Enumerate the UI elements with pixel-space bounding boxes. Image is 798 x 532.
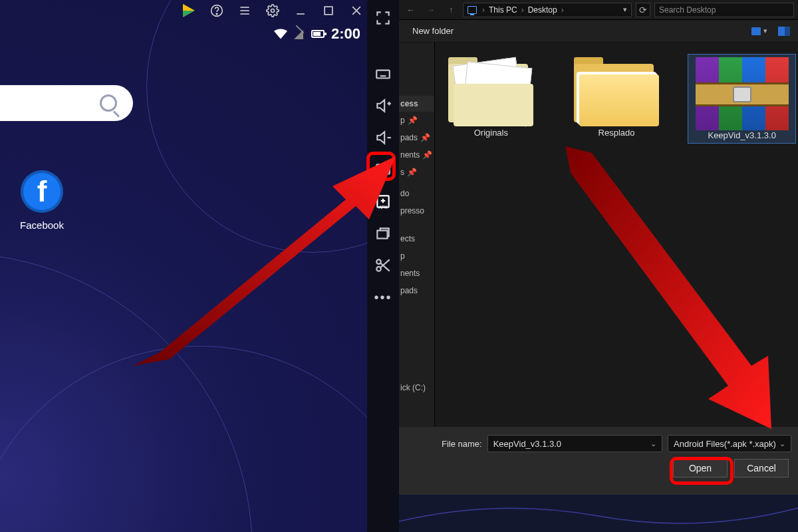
dialog-address-bar: ← → ↑ › This PC › Desktop › ▾ ⟳ Search D…	[399, 0, 798, 20]
svg-rect-10	[376, 70, 390, 78]
minimize-icon[interactable]	[294, 4, 307, 17]
nav-tree-item[interactable]: s📌	[399, 164, 434, 181]
more-icon[interactable]: •••	[374, 289, 392, 306]
search-icon	[100, 94, 117, 112]
android-status-bar: 2:00	[274, 25, 360, 43]
nav-up-icon[interactable]: ↑	[443, 2, 459, 18]
emulator-titlebar	[182, 4, 363, 17]
app-shortcut-facebook[interactable]: f Facebook	[12, 170, 72, 231]
preview-pane-button[interactable]	[778, 27, 790, 36]
svg-point-25	[376, 259, 381, 264]
breadcrumb-folder[interactable]: Desktop	[528, 5, 557, 15]
facebook-icon: f	[21, 170, 63, 213]
no-signal-icon	[294, 29, 305, 39]
folder-icon	[444, 55, 537, 128]
nav-tree-item[interactable]: p	[399, 247, 434, 265]
clock: 2:00	[331, 25, 360, 43]
menu-icon[interactable]	[238, 4, 251, 17]
fullscreen-icon[interactable]	[374, 9, 392, 27]
install-apk-button[interactable]: APK	[374, 193, 392, 210]
svg-rect-7	[325, 7, 332, 15]
app-label: Facebook	[12, 219, 72, 231]
address-path[interactable]: › This PC › Desktop › ▾	[463, 3, 632, 17]
nav-tree-item[interactable]: pads📌	[399, 129, 434, 146]
nav-back-icon[interactable]: ←	[403, 2, 419, 18]
emulator-toolbar: APK •••	[367, 0, 399, 532]
quick-access-header[interactable]: cess	[399, 96, 434, 112]
open-button[interactable]: Open	[673, 459, 728, 477]
nav-forward-icon[interactable]: →	[423, 2, 439, 18]
archive-icon	[696, 57, 789, 130]
nav-tree-item[interactable]: p📌	[399, 112, 434, 129]
folder-item[interactable]: Originals	[438, 55, 545, 138]
svg-point-1	[216, 13, 217, 15]
scissors-icon[interactable]	[374, 257, 392, 274]
file-item-selected[interactable]: KeepVid_v3.1.3.0	[688, 55, 795, 143]
nav-tree-item[interactable]: nents📌	[399, 146, 434, 164]
chevron-down-icon[interactable]: ⌄	[779, 440, 785, 448]
file-list: Originals Resplado KeepVid_v3.1.3.0	[435, 43, 798, 427]
search-placeholder: Search Desktop	[659, 5, 716, 15]
view-mode-button[interactable]: ▾	[751, 27, 767, 35]
dialog-footer: File name: KeepVid_v3.1.3.0 ⌄ Android Fi…	[399, 427, 798, 495]
nav-tree-item[interactable]: do	[399, 185, 434, 202]
folder-item[interactable]: Resplado	[563, 55, 670, 138]
battery-icon	[311, 30, 325, 38]
file-type-value: Android Files(*.apk *.xapk)	[674, 439, 776, 449]
folder-icon	[570, 55, 663, 128]
volume-down-icon[interactable]	[374, 129, 392, 146]
nav-tree-disk[interactable]: ick (C:)	[399, 379, 434, 396]
nav-tree-item[interactable]: presso	[399, 202, 434, 219]
nav-tree-clipped: cess p📌 pads📌 nents📌 s📌 do presso ects p…	[399, 43, 435, 427]
wallpaper-wave	[0, 253, 253, 532]
nav-tree-item[interactable]: nents	[399, 265, 434, 282]
refresh-icon[interactable]: ⟳	[636, 3, 650, 17]
close-icon[interactable]	[350, 4, 363, 17]
this-pc-icon	[467, 6, 477, 14]
breadcrumb-this-pc[interactable]: This PC	[489, 5, 517, 15]
help-icon[interactable]	[210, 4, 223, 17]
svg-rect-30	[785, 27, 790, 36]
chevron-down-icon[interactable]: ▾	[623, 5, 627, 14]
file-type-combo[interactable]: Android Files(*.apk *.xapk) ⌄	[668, 435, 791, 452]
keyboard-icon[interactable]	[374, 65, 392, 82]
item-label: Originals	[438, 128, 545, 138]
file-name-value: KeepVid_v3.1.3.0	[493, 439, 561, 449]
view-controls: ▾	[751, 27, 790, 36]
nav-tree-item[interactable]: ects	[399, 230, 434, 247]
new-folder-button[interactable]: New folder	[412, 26, 454, 36]
screenshot-icon[interactable]	[374, 161, 392, 178]
maximize-icon[interactable]	[322, 4, 335, 17]
wallpaper-wave	[0, 346, 367, 532]
cancel-button[interactable]: Cancel	[734, 459, 789, 477]
play-store-icon[interactable]	[182, 4, 196, 17]
svg-point-26	[376, 267, 381, 271]
file-name-label: File name:	[442, 439, 482, 449]
search-bar[interactable]	[0, 85, 133, 121]
chevron-down-icon[interactable]: ⌄	[650, 440, 656, 448]
item-label: KeepVid_v3.1.3.0	[688, 130, 795, 140]
svg-rect-24	[377, 231, 387, 239]
settings-icon[interactable]	[266, 4, 279, 17]
multi-instance-icon[interactable]	[374, 225, 392, 242]
search-input[interactable]: Search Desktop	[654, 3, 794, 17]
svg-point-5	[271, 9, 275, 13]
svg-rect-18	[376, 164, 390, 174]
wallpaper-wave	[399, 495, 798, 532]
emulator-screen: 2:00 f Facebook	[0, 0, 367, 532]
nav-tree-item[interactable]: pads	[399, 282, 434, 299]
file-name-input[interactable]: KeepVid_v3.1.3.0 ⌄	[487, 435, 662, 452]
file-open-dialog: ← → ↑ › This PC › Desktop › ▾ ⟳ Search D…	[399, 0, 798, 495]
item-label: Resplado	[563, 128, 670, 138]
dialog-toolbar: New folder ▾	[399, 20, 798, 43]
right-pane: ← → ↑ › This PC › Desktop › ▾ ⟳ Search D…	[399, 0, 798, 532]
volume-up-icon[interactable]	[374, 97, 392, 114]
svg-text:APK: APK	[378, 205, 388, 209]
wifi-icon	[274, 29, 287, 39]
